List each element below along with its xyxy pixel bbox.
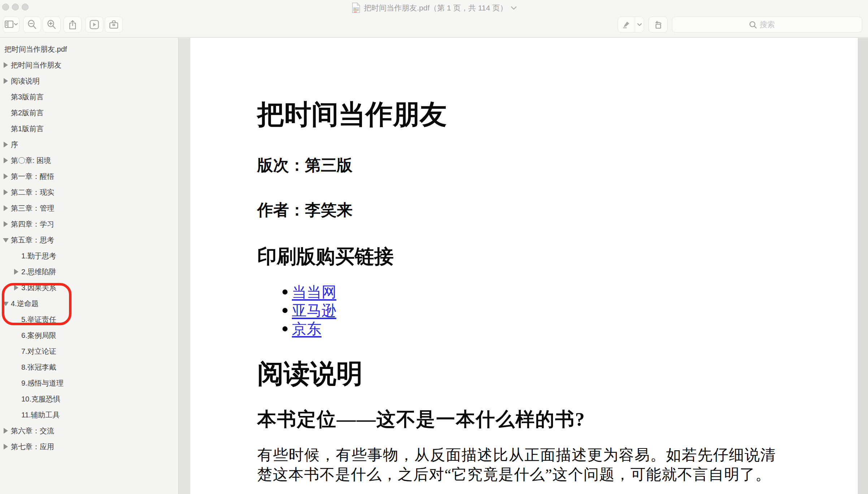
main-area: 把时间当作朋友.pdf 把时间当作朋友 阅读说明 第3版前言 第2版前言 第1版… [0,38,868,494]
window-title-group: 把时间当作朋友.pdf（第 1 页，共 114 页） [351,2,517,14]
highlight-dropdown-segment[interactable] [635,17,644,32]
disclosure-down-icon[interactable] [3,237,11,243]
zoom-out-icon [27,20,37,29]
sidebar-item[interactable]: 第一章：醒悟 [0,168,178,184]
sidebar-item[interactable]: 第〇章: 困境 [0,153,178,168]
slideshow-button[interactable] [85,17,103,33]
markup-toolbox-button[interactable] [105,17,123,33]
play-icon [90,20,99,29]
disclosure-right-icon[interactable] [13,269,21,275]
highlight-pen-segment[interactable] [618,17,635,32]
edition-line: 版次：第三版 [257,155,353,176]
disclosure-right-icon[interactable] [3,78,11,84]
sidebar-item[interactable]: 第五章：思考 [0,232,178,248]
toc-sidebar: 把时间当作朋友.pdf 把时间当作朋友 阅读说明 第3版前言 第2版前言 第1版… [0,38,178,494]
rotate-button[interactable] [648,17,668,33]
sidebar-item[interactable]: 第3版前言 [0,89,178,105]
pdf-page: 把时间当作朋友 版次：第三版 作者：李笑来 印刷版购买链接 当当网 亚马逊 京东… [190,38,858,494]
sidebar-item[interactable]: 第四章：学习 [0,216,178,232]
sidebar-content-divider [178,38,190,494]
link-amazon[interactable]: 亚马逊 [292,301,336,321]
disclosure-spacer [13,396,21,402]
disclosure-spacer [13,253,21,259]
buy-links-heading: 印刷版购买链接 [257,244,394,270]
toolbox-icon [109,20,119,29]
sidebar-item[interactable]: 序 [0,137,178,153]
close-button[interactable] [2,4,9,10]
disclosure-down-icon[interactable] [3,300,11,307]
sidebar-item[interactable]: 第1版前言 [0,121,178,137]
sidebar-item[interactable]: 阅读说明 [0,73,178,89]
disclosure-right-icon[interactable] [13,284,21,291]
share-button[interactable] [64,17,82,33]
sidebar-item[interactable]: 第六章：交流 [0,423,178,439]
sidebar-item[interactable]: 6.案例局限 [0,327,178,343]
sidebar-panel-icon [5,21,18,29]
disclosure-spacer [13,316,21,323]
sidebar-item[interactable]: 10.克服恐惧 [0,391,178,407]
sidebar-item[interactable]: 9.感悟与道理 [0,375,178,391]
sub-heading: 本书定位——这不是一本什么样的书? [257,407,586,433]
disclosure-right-icon[interactable] [3,173,11,180]
search-field[interactable] [672,17,862,33]
disclosure-right-icon[interactable] [3,62,11,68]
zoom-out-button[interactable] [23,17,41,33]
search-input[interactable] [760,20,785,29]
sidebar-item[interactable]: 1.勤于思考 [0,248,178,264]
traffic-lights [2,4,29,10]
sidebar-item[interactable]: 3.因果关系 [0,280,178,296]
sidebar-item-filename[interactable]: 把时间当作朋友.pdf [0,41,178,57]
sidebar-item[interactable]: 第2版前言 [0,105,178,121]
window-right-edge [858,38,868,494]
disclosure-right-icon[interactable] [3,221,11,227]
disclosure-spacer [13,412,21,418]
disclosure-spacer [13,380,21,386]
marker-pen-icon [622,20,631,29]
body-paragraph: 有些时候，有些事物，从反面描述比从正面描述更为容易。如若先仔细说清楚这本书不是什… [257,445,776,484]
sidebar-item[interactable]: 把时间当作朋友 [0,57,178,73]
book-title: 把时间当作朋友 [257,96,447,133]
search-icon [749,21,757,29]
toolbar-right [618,17,862,33]
toc-list: 把时间当作朋友.pdf 把时间当作朋友 阅读说明 第3版前言 第2版前言 第1版… [0,41,178,455]
disclosure-spacer [13,332,21,339]
sidebar-item[interactable]: 11.辅助工具 [0,407,178,423]
disclosure-right-icon[interactable] [3,443,11,450]
sidebar-item[interactable]: 第三章：管理 [0,200,178,216]
chevron-down-icon [637,23,642,26]
disclosure-right-icon[interactable] [3,141,11,148]
disclosure-right-icon[interactable] [3,428,11,434]
pdf-document-icon [351,3,360,13]
sidebar-item[interactable]: 5.举证责任 [0,312,178,327]
minimize-button[interactable] [12,4,19,10]
list-item: 京东 [257,320,336,338]
rotate-left-icon [653,20,663,30]
zoom-in-icon [47,20,56,29]
disclosure-spacer [3,125,11,132]
sidebar-toggle-button[interactable] [3,17,20,33]
highlight-tool-button[interactable] [618,17,644,33]
list-item: 亚马逊 [257,301,336,320]
list-item: 当当网 [257,283,336,301]
section-heading: 阅读说明 [257,356,363,392]
disclosure-spacer [13,348,21,355]
disclosure-right-icon[interactable] [3,189,11,196]
buy-links-list: 当当网 亚马逊 京东 [257,283,336,338]
sidebar-item[interactable]: 4.逆命题 [0,296,178,312]
link-dangdang[interactable]: 当当网 [292,282,336,302]
title-chevron-down-icon[interactable] [511,6,517,10]
window-title: 把时间当作朋友.pdf（第 1 页，共 114 页） [364,3,508,13]
sidebar-item[interactable]: 第七章：应用 [0,439,178,455]
sidebar-item[interactable]: 2.思维陷阱 [0,264,178,280]
link-jd[interactable]: 京东 [292,319,321,339]
disclosure-spacer [3,109,11,116]
sidebar-item[interactable]: 第二章：现实 [0,184,178,200]
disclosure-spacer [3,94,11,100]
disclosure-right-icon[interactable] [3,205,11,211]
zoom-in-button[interactable] [43,17,61,33]
sidebar-item[interactable]: 8.张冠李戴 [0,359,178,375]
disclosure-right-icon[interactable] [3,157,11,164]
zoom-button[interactable] [22,4,29,10]
sidebar-item[interactable]: 7.对立论证 [0,343,178,359]
author-line: 作者：李笑来 [257,199,353,221]
